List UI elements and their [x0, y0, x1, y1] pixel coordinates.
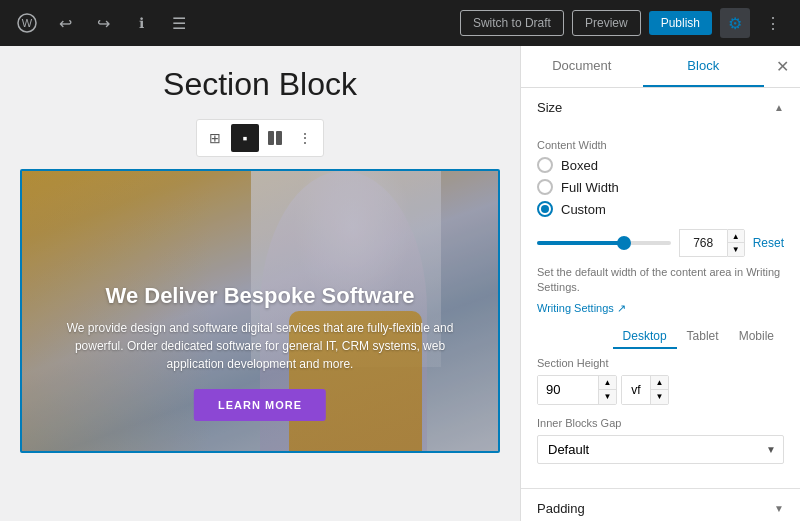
- slider-spinners: ▲ ▼: [727, 229, 745, 257]
- toolbar-left: W ↩ ↪ ℹ ☰: [12, 8, 452, 38]
- slider-decrement-button[interactable]: ▼: [728, 243, 744, 256]
- reset-button[interactable]: Reset: [753, 236, 784, 250]
- padding-section[interactable]: Padding ▼: [521, 489, 800, 521]
- unit-increment-button[interactable]: ▲: [650, 376, 668, 390]
- unit-spinners: ▲ ▼: [650, 376, 668, 404]
- writing-settings-label: Writing Settings: [537, 302, 614, 314]
- hero-image: We Deliver Bespoke Software We provide d…: [22, 171, 498, 451]
- block-tool-block-button[interactable]: [261, 124, 289, 152]
- height-increment-button[interactable]: ▲: [598, 376, 616, 390]
- wp-logo-icon: W: [12, 8, 42, 38]
- block-tool-grid-button[interactable]: ⊞: [201, 124, 229, 152]
- section-height-input[interactable]: [538, 376, 598, 404]
- content-width-radio-group: Boxed Full Width Custom: [537, 157, 784, 217]
- radio-fullwidth-label: Full Width: [561, 180, 619, 195]
- size-chevron-icon: ▲: [774, 102, 784, 113]
- hero-text: We provide design and software digital s…: [46, 319, 474, 373]
- page-title: Section Block: [20, 66, 500, 103]
- slider-increment-button[interactable]: ▲: [728, 230, 744, 243]
- tab-document[interactable]: Document: [521, 46, 643, 87]
- info-button[interactable]: ℹ: [126, 8, 156, 38]
- block-toolbar: ⊞ ▪ ⋮: [196, 119, 324, 157]
- hero-cta-button[interactable]: LEARN MORE: [194, 389, 326, 421]
- section-height-spinners: ▲ ▼: [598, 376, 616, 404]
- svg-rect-2: [268, 131, 274, 145]
- undo-button[interactable]: ↩: [50, 8, 80, 38]
- unit-decrement-button[interactable]: ▼: [650, 390, 668, 404]
- section-height-unit-group: ▲ ▼: [621, 375, 669, 405]
- section-height-group: Section Height ▲ ▼ ▲: [537, 357, 784, 405]
- main-area: Section Block ⊞ ▪ ⋮: [0, 46, 800, 521]
- slider-input-group: 768 ▲ ▼: [679, 229, 745, 257]
- tab-desktop[interactable]: Desktop: [613, 325, 677, 349]
- settings-button[interactable]: ⚙: [720, 8, 750, 38]
- publish-button[interactable]: Publish: [649, 11, 712, 35]
- padding-chevron-icon: ▼: [774, 503, 784, 514]
- inner-blocks-gap-group: Inner Blocks Gap Default Small Medium La…: [537, 417, 784, 464]
- editor-area: Section Block ⊞ ▪ ⋮: [0, 46, 520, 521]
- switch-draft-button[interactable]: Switch to Draft: [460, 10, 564, 36]
- help-text: Set the default width of the content are…: [537, 265, 784, 296]
- sidebar: Document Block ✕ Size ▲ Content Width Bo…: [520, 46, 800, 521]
- tab-block[interactable]: Block: [643, 46, 765, 87]
- radio-full-width[interactable]: Full Width: [537, 179, 784, 195]
- sidebar-section-size: Size ▲ Content Width Boxed Full Width: [521, 88, 800, 489]
- slider-track[interactable]: [537, 241, 671, 245]
- redo-button[interactable]: ↪: [88, 8, 118, 38]
- svg-rect-3: [276, 131, 282, 145]
- toolbar: W ↩ ↪ ℹ ☰ Switch to Draft Preview Publis…: [0, 0, 800, 46]
- block-tool-list-button[interactable]: ▪: [231, 124, 259, 152]
- device-tabs: Desktop Tablet Mobile: [537, 325, 784, 349]
- radio-custom[interactable]: Custom: [537, 201, 784, 217]
- inner-blocks-gap-select[interactable]: Default Small Medium Large: [537, 435, 784, 464]
- tab-mobile[interactable]: Mobile: [729, 325, 784, 349]
- hero-title: We Deliver Bespoke Software: [46, 283, 474, 309]
- section-height-input-row: ▲ ▼ ▲ ▼: [537, 375, 784, 405]
- slider-row: 768 ▲ ▼ Reset: [537, 229, 784, 257]
- radio-fullwidth-circle: [537, 179, 553, 195]
- hero-section: We Deliver Bespoke Software We provide d…: [20, 169, 500, 453]
- tab-tablet[interactable]: Tablet: [677, 325, 729, 349]
- inner-blocks-gap-label: Inner Blocks Gap: [537, 417, 784, 429]
- radio-boxed-label: Boxed: [561, 158, 598, 173]
- toolbar-right: Switch to Draft Preview Publish ⚙ ⋮: [460, 8, 788, 38]
- sidebar-header: Document Block ✕: [521, 46, 800, 88]
- slider-thumb[interactable]: [617, 236, 631, 250]
- radio-custom-circle: [537, 201, 553, 217]
- size-section-body: Content Width Boxed Full Width Cu: [521, 127, 800, 488]
- external-link-icon: ↗: [617, 302, 626, 315]
- section-height-number-group: ▲ ▼: [537, 375, 617, 405]
- hero-content: We Deliver Bespoke Software We provide d…: [46, 283, 474, 421]
- radio-custom-label: Custom: [561, 202, 606, 217]
- content-width-label: Content Width: [537, 139, 784, 151]
- more-options-button[interactable]: ⋮: [758, 8, 788, 38]
- height-decrement-button[interactable]: ▼: [598, 390, 616, 404]
- svg-text:W: W: [22, 17, 33, 29]
- sidebar-close-button[interactable]: ✕: [764, 49, 800, 85]
- section-height-unit-input[interactable]: [622, 376, 650, 404]
- inner-blocks-gap-select-wrapper: Default Small Medium Large ▼: [537, 435, 784, 464]
- preview-button[interactable]: Preview: [572, 10, 641, 36]
- menu-button[interactable]: ☰: [164, 8, 194, 38]
- radio-boxed[interactable]: Boxed: [537, 157, 784, 173]
- size-section-title: Size: [537, 100, 562, 115]
- radio-boxed-circle: [537, 157, 553, 173]
- section-height-label: Section Height: [537, 357, 784, 369]
- writing-settings-link[interactable]: Writing Settings ↗: [537, 302, 784, 315]
- size-section-header[interactable]: Size ▲: [521, 88, 800, 127]
- slider-fill: [537, 241, 624, 245]
- radio-custom-dot: [541, 205, 549, 213]
- padding-label: Padding: [537, 501, 585, 516]
- slider-value-input[interactable]: 768: [679, 229, 727, 257]
- block-tool-more-button[interactable]: ⋮: [291, 124, 319, 152]
